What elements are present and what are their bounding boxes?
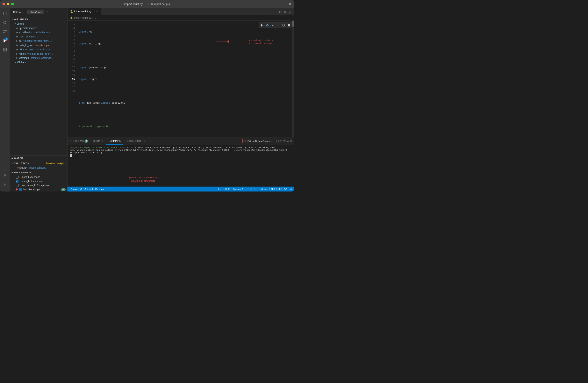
annotation-arrow bbox=[216, 41, 228, 42]
settings-button[interactable] bbox=[45, 9, 50, 15]
split-terminal-button[interactable]: ⊟ bbox=[280, 140, 282, 142]
pd-item[interactable]: ▶ pd: <module 'pandas' from '/u... bbox=[10, 47, 67, 52]
main-df-label: main_df: bbox=[19, 35, 28, 39]
user-uncaught-exceptions-item[interactable]: User Uncaught Exceptions bbox=[10, 183, 67, 187]
globals-item[interactable]: ▶ Globals bbox=[10, 60, 67, 65]
scrollbar-track[interactable] bbox=[292, 20, 294, 137]
scrollbar-thumb[interactable] bbox=[292, 20, 294, 27]
sidebar: RUN AN... ▷ No Conf ▾ ... ▾ bbox=[10, 8, 67, 192]
raised-exceptions-item[interactable]: Raised Exceptions bbox=[10, 175, 67, 179]
pd-value: <module 'pandas' from '/u... bbox=[23, 48, 66, 51]
settings-icon[interactable] bbox=[1, 181, 9, 189]
special-variables-item[interactable]: ▶ special variables bbox=[10, 26, 67, 30]
warnings-label: warnings: bbox=[19, 56, 29, 60]
breadcrumb-filename[interactable]: import-script.py bbox=[74, 17, 91, 19]
breakpoints-header[interactable]: ▾ BREAKPOINTS bbox=[10, 170, 67, 175]
watch-header[interactable]: ▶ WATCH bbox=[10, 156, 67, 161]
uncaught-exceptions-checkbox[interactable] bbox=[16, 180, 19, 183]
terminal-cursor bbox=[70, 154, 72, 157]
excel2xml-value: <module 'knora.exc... bbox=[31, 31, 66, 34]
explorer-icon[interactable] bbox=[1, 9, 9, 18]
debug-run-icon[interactable]: 1 bbox=[1, 37, 9, 45]
variables-header[interactable]: ▾ VARIABLES bbox=[10, 17, 67, 22]
callstack-section: ▾ CALL STACK Paused on breakpoint <modul… bbox=[10, 161, 67, 170]
delete-terminal-button[interactable]: 🗑 bbox=[283, 140, 286, 142]
import-script-checkbox[interactable] bbox=[19, 188, 22, 191]
chevron-down-icon: ▾ bbox=[12, 172, 13, 174]
user-uncaught-exceptions-checkbox[interactable] bbox=[16, 184, 19, 187]
minimize-button[interactable] bbox=[7, 3, 9, 5]
source-control-icon[interactable] bbox=[1, 28, 9, 36]
watch-section: ▶ WATCH bbox=[10, 156, 67, 161]
chevron-right-icon: ▶ bbox=[17, 31, 18, 34]
problems-tab[interactable]: PROBLEMS 2 bbox=[67, 137, 90, 145]
svg-point-2 bbox=[5, 30, 7, 31]
encoding-status[interactable]: UTF-8 bbox=[246, 188, 252, 190]
extensions-icon[interactable] bbox=[1, 46, 9, 54]
git-graph-status[interactable]: Git Graph bbox=[95, 188, 105, 190]
python-debug-console-label: Python Debug Console bbox=[248, 140, 271, 142]
python-version-status[interactable]: 3.10.6 64-bit bbox=[269, 188, 282, 190]
eol-status[interactable]: LF bbox=[254, 188, 257, 190]
os-item[interactable]: ▶ os: <module 'os' from '/usr/L... bbox=[10, 39, 67, 43]
debug-config-button[interactable]: ▷ No Conf ▾ bbox=[27, 10, 44, 14]
maximize-button[interactable] bbox=[11, 3, 14, 5]
language-status[interactable]: Python bbox=[260, 188, 267, 190]
errors-status[interactable]: ⊗ 2 △ 0 bbox=[84, 188, 93, 190]
close-panel-button[interactable]: ✕ bbox=[290, 140, 292, 142]
encoding-label: UTF-8 bbox=[246, 188, 252, 190]
problems-label: PROBLEMS bbox=[70, 140, 84, 142]
code-content[interactable]: import os import warnings import pandas … bbox=[77, 20, 294, 137]
run-tab-button[interactable]: ▷ bbox=[279, 9, 282, 14]
locals-group[interactable]: ▾ Locals bbox=[10, 22, 67, 26]
more-actions-button[interactable]: ... bbox=[50, 10, 54, 15]
branch-status[interactable]: ⎇ main bbox=[69, 188, 78, 190]
search-icon[interactable] bbox=[1, 19, 9, 27]
chevron-right-icon: ▶ bbox=[17, 40, 18, 42]
main-df-item[interactable]: ▶ main_df: Object ... bbox=[10, 35, 67, 39]
warnings-item[interactable]: ▶ warnings: <module 'warnings'... bbox=[10, 56, 67, 60]
add-terminal-button[interactable]: + bbox=[275, 140, 277, 143]
main-df-value: Object ... bbox=[29, 35, 66, 39]
excel2xml-item[interactable]: ▶ excel2xml: <module 'knora.exc... bbox=[10, 30, 67, 35]
indentation-status[interactable]: Spaces: 4 bbox=[233, 188, 243, 190]
layout-icon-2[interactable]: ▪▪▪ bbox=[283, 2, 287, 5]
variables-scroll[interactable]: ▾ Locals ▶ special variables ▶ excel2xml… bbox=[10, 22, 67, 156]
cursor-position[interactable]: Ln 15, Col 1 bbox=[218, 188, 231, 190]
remote-status[interactable] bbox=[284, 188, 287, 190]
chevron-right-icon: ▶ bbox=[15, 61, 17, 64]
chevron-right-icon: ▶ bbox=[17, 44, 18, 47]
import-script-tab[interactable]: 🐍 import-script.py 2 ✕ bbox=[67, 8, 101, 15]
split-editor-button[interactable]: ⊟ bbox=[283, 9, 287, 14]
path-to-json-item[interactable]: ▶ path_to_json: 'import-project... bbox=[10, 43, 67, 47]
import-script-bp-item[interactable]: import-script.py 15 bbox=[10, 187, 67, 192]
debug-console-tab[interactable]: DEBUG CONSOLE bbox=[124, 137, 150, 145]
more-tab-actions-button[interactable]: ... bbox=[288, 9, 292, 14]
terminal-content[interactable]: nusjoh00-adm@aw-na18-006 0123-import-scr… bbox=[67, 145, 294, 158]
accounts-icon[interactable] bbox=[1, 172, 9, 180]
raised-exceptions-checkbox[interactable] bbox=[16, 176, 19, 179]
terminal-annotation: you can use this terminal toinstall pip-… bbox=[129, 176, 157, 182]
main-layout: 1 bbox=[0, 8, 294, 192]
uncaught-exceptions-item[interactable]: Uncaught Exceptions bbox=[10, 179, 67, 183]
callstack-header[interactable]: ▾ CALL STACK Paused on breakpoint bbox=[10, 161, 67, 166]
maximize-panel-button[interactable]: ▲ bbox=[287, 140, 289, 142]
terminal-dropdown[interactable]: ▾ bbox=[278, 140, 279, 142]
callstack-item[interactable]: <module> import-script.py bbox=[10, 166, 67, 170]
notifications-status[interactable] bbox=[290, 188, 292, 190]
close-button[interactable] bbox=[2, 3, 5, 5]
layout-icon-3[interactable]: ⊞ bbox=[288, 2, 292, 5]
globals-label: Globals bbox=[17, 61, 26, 64]
run-button[interactable]: RUN AN... bbox=[12, 10, 26, 15]
terminal-tab[interactable]: TERMINAL bbox=[106, 137, 124, 145]
breadcrumb-ellipsis: ... bbox=[94, 17, 97, 19]
tab-close-button[interactable]: ✕ bbox=[96, 10, 98, 13]
python-version-label: 3.10.6 64-bit bbox=[269, 188, 282, 190]
watch-label: WATCH bbox=[14, 157, 23, 160]
layout-icon-1[interactable]: ▪▪ bbox=[278, 2, 282, 5]
output-tab[interactable]: OUTPUT bbox=[90, 137, 106, 145]
sync-status[interactable]: ↺ bbox=[80, 188, 82, 190]
python-debug-console-button[interactable]: Python Debug Console bbox=[242, 139, 272, 143]
editor-area: 🐍 import-script.py 2 ✕ ▷ ⊟ ... 🐍 import-… bbox=[67, 8, 294, 192]
regex-item[interactable]: ▶ regex: <module 'regex' from '... bbox=[10, 52, 67, 56]
